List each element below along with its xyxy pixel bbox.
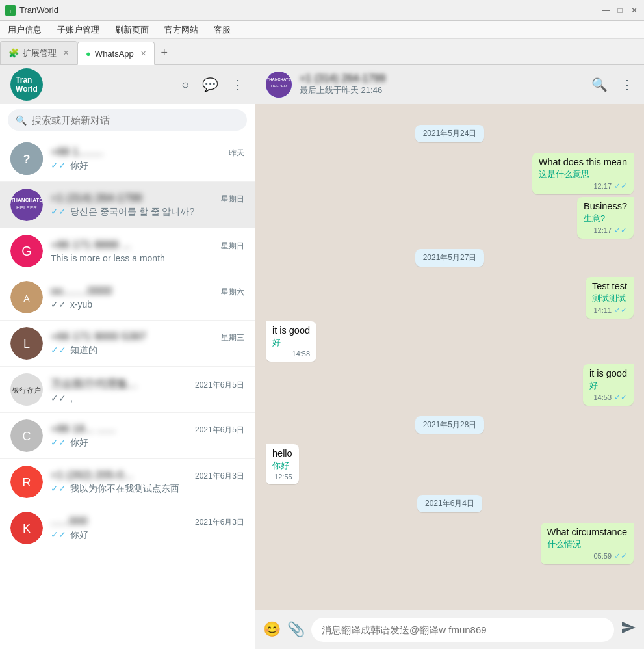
chat-time: 昨天 [229,148,244,159]
chat-item[interactable]: C +86 18... ...... 2021年6月5日 ✓✓ 你好 [0,413,255,459]
chat-item[interactable]: A oo........0000 星期六 ✓✓ x-yub [0,274,255,321]
message-time: 12:17 [593,182,612,190]
close-button[interactable]: ✕ [630,6,639,15]
message-bubble: it is good 好 14:58 [266,321,316,362]
tab-extensions[interactable]: 🧩 扩展管理 ✕ [0,41,77,64]
message-text: Business? [584,201,627,211]
emoji-button[interactable]: 😊 [263,621,281,638]
maximize-button[interactable]: □ [615,6,625,15]
avatar: G [10,235,43,267]
contact-info: +1 (314) 264-1799 最后上线于昨天 21:46 [300,73,584,96]
message-text: What does this mean [539,157,627,167]
title-bar: T TranWorld — □ ✕ [0,0,644,21]
attach-button[interactable]: 📎 [287,621,305,638]
chat-item[interactable]: ? +88 1........ 昨天 ✓✓ 你好 [0,136,255,182]
date-label: 2021年5月24日 [415,125,485,142]
menu-official[interactable]: 官方网站 [162,23,201,37]
menu-user-info[interactable]: 用户信息 [5,23,44,37]
chat-preview: ✓✓ 知道的 [51,345,244,356]
tab-whatsapp-close[interactable]: ✕ [140,49,146,58]
message-tick: ✓✓ [614,393,627,402]
search-messages-icon[interactable]: 🔍 [591,77,608,92]
date-label: 2021年5月28日 [415,416,485,434]
message-row: Test test 测试测试 14:11 ✓✓ [266,277,634,319]
menu-refresh[interactable]: 刷新页面 [112,23,151,37]
menu-support[interactable]: 客服 [211,23,233,37]
sidebar-action-icons: ○ 💬 ⋮ [181,77,244,92]
chat-icon[interactable]: 💬 [202,77,218,92]
message-translation: 你好 [272,460,292,471]
send-button[interactable] [621,620,636,639]
date-divider: 2021年5月27日 [266,249,634,267]
svg-text:HELPER: HELPER [271,84,287,88]
message-tick: ✓✓ [614,226,627,235]
svg-text:L: L [23,338,30,351]
tabs-bar: 🧩 扩展管理 ✕ ● WhatsApp ✕ + [0,39,644,65]
chat-name: +86 18... ...... [51,423,116,436]
chat-preview: ✓✓ 당신은 중국어를 할 줄 압니까? [51,206,244,218]
chat-name: +66 171 9000 5397 [51,330,146,343]
tab-extensions-close[interactable]: ✕ [63,49,69,57]
chat-item[interactable]: K ......000 2021年6月3日 ✓✓ 你好 [0,505,255,551]
chat-name: +1 (262) 205-0... [51,469,133,482]
tab-whatsapp-label: WhatsApp [95,49,134,59]
message-row: Business? 生意? 12:17 ✓✓ [266,197,634,239]
new-tab-button[interactable]: + [155,41,174,64]
message-translation: 生意? [584,213,627,224]
more-options-icon[interactable]: ⋮ [621,77,634,92]
message-translation: 这是什么意思 [539,168,627,180]
date-label: 2021年5月27日 [415,249,485,267]
message-text: it is good [272,325,310,336]
svg-text:G: G [21,244,32,258]
chat-name: +88 1........ [51,146,103,159]
message-input[interactable] [311,618,614,642]
message-translation: 好 [589,380,627,391]
chat-time: 2021年6月3日 [195,517,244,528]
date-divider: 2021年6月4日 [266,495,634,512]
search-input[interactable] [32,114,239,126]
more-icon[interactable]: ⋮ [231,77,244,92]
messages-area: 2021年5月24日 What does this mean 这是什么意思 12… [255,104,644,610]
sidebar-header: TranWorld ○ 💬 ⋮ [0,65,255,104]
tab-whatsapp[interactable]: ● WhatsApp ✕ [77,42,155,65]
search-input-wrap[interactable]: 🔍 [8,109,247,131]
message-tick: ✓✓ [614,181,627,191]
chat-item[interactable]: L +66 171 9000 5397 星期三 ✓✓ 知道的 [0,321,255,367]
message-text: hello [272,448,292,458]
chat-item[interactable]: THANCHATS HELPER +1 (314) 264-1799 星期日 ✓… [0,182,255,228]
status-icon[interactable]: ○ [181,77,189,92]
chat-item[interactable]: G +86 171 8888 ... 星期日 This is more or l… [0,228,255,274]
menu-sub-account[interactable]: 子账户管理 [55,23,102,37]
app-container: TranWorld ○ 💬 ⋮ 🔍 ? +8 [0,65,644,649]
chat-info: +1 (314) 264-1799 星期日 ✓✓ 당신은 중국어를 할 줄 압니… [51,192,244,218]
avatar: C [10,419,43,452]
user-avatar[interactable]: TranWorld [10,68,43,101]
svg-text:银行存户: 银行存户 [12,386,41,394]
message-row: it is good 好 14:53 ✓✓ [266,364,634,406]
message-bubble: What circumstance 什么情况 05:59 ✓✓ [541,523,634,564]
message-time: 14:58 [292,350,311,358]
chat-name: 万众医疗代理集... [51,377,137,391]
message-row: hello 你好 12:55 [266,444,634,484]
tab-extensions-label: 扩展管理 [23,47,57,59]
chat-name: +86 171 8888 ... [51,239,131,252]
chat-name: +1 (314) 264-1799 [51,192,142,205]
svg-text:?: ? [23,153,31,166]
whatsapp-tab-icon: ● [86,49,91,59]
svg-text:HELPER: HELPER [16,205,37,211]
message-tick: ✓✓ [614,306,627,315]
message-time: 05:59 [593,552,612,560]
message-row: What does this mean 这是什么意思 12:17 ✓✓ [266,153,634,194]
chat-area: THANCHATS HELPER +1 (314) 264-1799 最后上线于… [255,65,644,649]
avatar: THANCHATS HELPER [10,189,43,221]
minimize-button[interactable]: — [601,6,610,15]
chat-item[interactable]: 银行存户 万众医疗代理集... 2021年6月5日 ✓✓ , [0,367,255,413]
search-bar: 🔍 [0,104,255,136]
contact-avatar[interactable]: THANCHATS HELPER [266,72,292,98]
message-time: 14:53 [593,393,612,401]
svg-text:C: C [23,430,31,443]
chat-preview: ✓✓ 你好 [51,160,244,172]
avatar: ? [10,142,43,175]
chat-item[interactable]: R +1 (262) 205-0... 2021年6月3日 ✓✓ 我以为你不在我… [0,459,255,505]
avatar: A [10,281,43,313]
